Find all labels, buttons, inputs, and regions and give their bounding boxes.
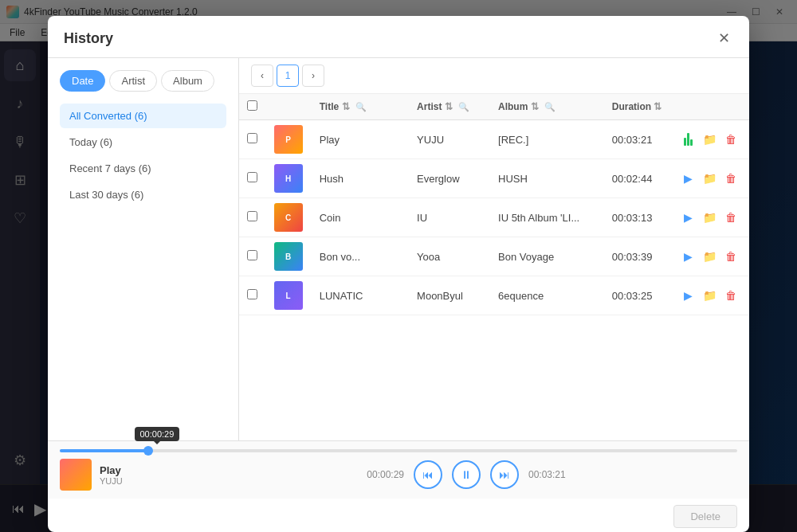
- th-title-label: Title: [320, 101, 339, 112]
- dp-track-info: Play YUJU: [60, 459, 187, 491]
- track-thumbnail: C: [274, 203, 303, 232]
- track-thumbnail: B: [274, 242, 303, 271]
- artist-sort-icon[interactable]: ⇅: [445, 101, 453, 112]
- right-panel: ‹ 1 ›: [239, 58, 749, 440]
- row-duration-cell: 00:03:25: [604, 276, 671, 315]
- row-actions-cell: ▶ 📁 🗑: [671, 198, 749, 237]
- dialog-body: Date Artist Album All Converted (6) Toda…: [48, 58, 749, 440]
- dp-next-button[interactable]: ⏭: [490, 460, 519, 489]
- track-playing-indicator[interactable]: [679, 131, 697, 148]
- row-artist-cell: Yooa: [409, 237, 490, 276]
- th-duration-label: Duration: [612, 101, 651, 112]
- row-album-cell: 6equence: [490, 276, 604, 315]
- pagination-current-page[interactable]: 1: [277, 65, 299, 87]
- select-all-checkbox[interactable]: [247, 100, 257, 111]
- filter-tab-album[interactable]: Album: [161, 70, 214, 92]
- th-duration: Duration ⇅: [604, 94, 671, 120]
- progress-fill: [60, 449, 148, 452]
- title-search-icon[interactable]: 🔍: [355, 102, 367, 111]
- row-checkbox[interactable]: [247, 250, 257, 260]
- track-folder-button[interactable]: 📁: [701, 131, 718, 148]
- track-delete-button[interactable]: 🗑: [722, 131, 740, 148]
- row-actions-cell: ▶ 📁 🗑: [671, 237, 749, 276]
- history-dialog: History ✕ Date Artist Album All Converte…: [48, 16, 749, 532]
- row-checkbox[interactable]: [247, 211, 257, 221]
- category-today[interactable]: Today (6): [60, 130, 226, 155]
- th-thumb: [266, 94, 312, 120]
- album-sort-icon[interactable]: ⇅: [531, 101, 539, 112]
- row-thumb-cell: H: [266, 159, 312, 198]
- row-checkbox-cell: [239, 198, 266, 237]
- progress-thumb: [143, 446, 153, 456]
- track-play-button[interactable]: ▶: [679, 209, 697, 226]
- dp-pause-button[interactable]: ⏸: [452, 460, 481, 489]
- category-recent-7[interactable]: Recent 7 days (6): [60, 156, 226, 181]
- track-play-button[interactable]: ▶: [679, 170, 697, 187]
- dp-total-time: 00:03:21: [528, 469, 566, 480]
- playing-bars-icon: [684, 133, 693, 146]
- title-sort-icon[interactable]: ⇅: [342, 101, 350, 112]
- track-play-button[interactable]: ▶: [679, 287, 697, 304]
- track-delete-button[interactable]: 🗑: [722, 287, 740, 304]
- row-album-cell: Bon Voyage: [490, 237, 604, 276]
- dp-controls-center: 00:00:29 ⏮ ⏸ ⏭ 00:03:21: [195, 460, 737, 489]
- delete-button[interactable]: Delete: [673, 505, 737, 528]
- th-actions: [671, 94, 749, 120]
- filter-tab-date[interactable]: Date: [60, 70, 105, 92]
- row-album-cell: [REC.]: [490, 120, 604, 159]
- th-title: Title ⇅ 🔍: [312, 94, 409, 120]
- pagination: ‹ 1 ›: [239, 58, 749, 94]
- track-table-container[interactable]: Title ⇅ 🔍 Artist ⇅ 🔍: [239, 94, 749, 440]
- row-title-cell: LUNATIC: [312, 276, 409, 315]
- th-album: Album ⇅ 🔍: [490, 94, 604, 120]
- pagination-next[interactable]: ›: [302, 65, 324, 87]
- track-delete-button[interactable]: 🗑: [722, 209, 740, 226]
- row-checkbox[interactable]: [247, 133, 257, 143]
- dp-prev-button[interactable]: ⏮: [414, 460, 442, 489]
- table-row: L LUNATIC MoonByul 6equence 00:03:25 ▶ 📁…: [239, 276, 749, 315]
- track-folder-button[interactable]: 📁: [701, 248, 718, 265]
- table-row: B Bon vo... Yooa Bon Voyage 00:03:39 ▶ 📁…: [239, 237, 749, 276]
- track-folder-button[interactable]: 📁: [701, 209, 718, 226]
- dp-artist-name: YUJU: [100, 476, 123, 486]
- row-title-cell: Bon vo...: [312, 237, 409, 276]
- track-thumbnail: P: [274, 125, 303, 154]
- row-actions-cell: 📁 🗑: [671, 120, 749, 159]
- row-checkbox-cell: [239, 237, 266, 276]
- track-delete-button[interactable]: 🗑: [722, 248, 740, 265]
- dp-album-thumb: [60, 459, 92, 491]
- delete-button-area: Delete: [48, 499, 749, 532]
- track-play-button[interactable]: ▶: [679, 248, 697, 265]
- category-all-converted[interactable]: All Converted (6): [60, 104, 226, 128]
- duration-sort-icon[interactable]: ⇅: [654, 101, 662, 112]
- category-last-30[interactable]: Last 30 days (6): [60, 182, 226, 207]
- filter-tabs: Date Artist Album: [60, 70, 226, 92]
- row-checkbox[interactable]: [247, 172, 257, 182]
- artist-search-icon[interactable]: 🔍: [458, 102, 469, 111]
- row-album-cell: HUSH: [490, 159, 604, 198]
- row-duration-cell: 00:03:21: [604, 120, 671, 159]
- filter-tab-artist[interactable]: Artist: [109, 70, 157, 92]
- row-artist-cell: IU: [409, 198, 490, 237]
- th-checkbox: [239, 94, 266, 120]
- dialog-close-button[interactable]: ✕: [714, 29, 733, 48]
- dp-song-details: Play YUJU: [100, 464, 123, 486]
- track-folder-button[interactable]: 📁: [701, 170, 718, 187]
- row-thumb-cell: C: [266, 198, 312, 237]
- row-artist-cell: YUJU: [409, 120, 490, 159]
- th-artist: Artist ⇅ 🔍: [409, 94, 490, 120]
- track-delete-button[interactable]: 🗑: [722, 170, 740, 187]
- category-list: All Converted (6) Today (6) Recent 7 day…: [60, 104, 226, 207]
- row-checkbox-cell: [239, 159, 266, 198]
- album-search-icon[interactable]: 🔍: [544, 102, 556, 111]
- progress-track[interactable]: [60, 449, 737, 452]
- row-artist-cell: MoonByul: [409, 276, 490, 315]
- track-folder-button[interactable]: 📁: [701, 287, 718, 304]
- row-action-buttons: 📁 🗑: [679, 131, 741, 148]
- row-title-cell: Hush: [312, 159, 409, 198]
- row-checkbox[interactable]: [247, 289, 257, 299]
- row-artist-cell: Everglow: [409, 159, 490, 198]
- dialog-player: 00:00:29 Play YUJU 00:: [48, 440, 749, 499]
- row-thumb-cell: B: [266, 237, 312, 276]
- pagination-prev[interactable]: ‹: [251, 65, 273, 87]
